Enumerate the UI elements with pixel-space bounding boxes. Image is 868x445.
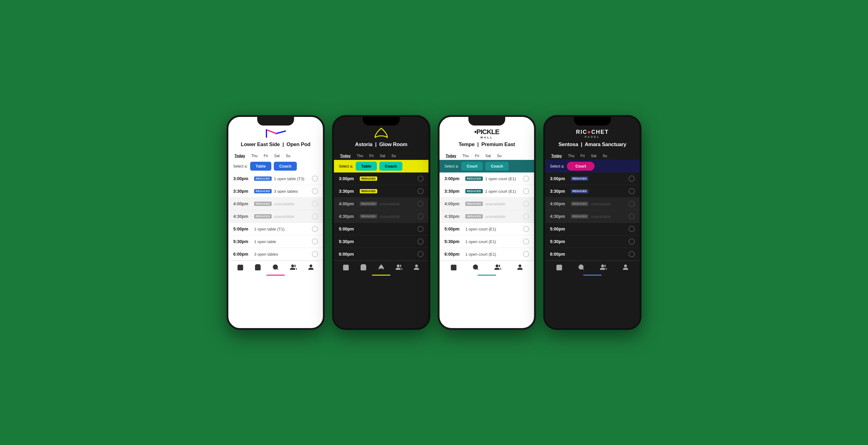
radio-4-6[interactable] — [629, 251, 635, 257]
person-icon-4 — [622, 264, 629, 271]
radio-4-4[interactable] — [629, 226, 635, 232]
nav-group-2[interactable] — [396, 264, 402, 271]
day-thu-2[interactable]: Thu — [355, 153, 364, 159]
day-su-2[interactable]: Su — [390, 153, 397, 159]
day-today-3[interactable]: Today — [444, 153, 457, 159]
day-fri-2[interactable]: Fri — [368, 153, 375, 159]
slot-500-4[interactable]: 5:00pm — [545, 223, 640, 235]
day-thu-4[interactable]: Thu — [567, 153, 576, 159]
slot-500-2[interactable]: 5:00pm — [334, 223, 429, 235]
day-thu-1[interactable]: Thu — [250, 153, 259, 159]
desc-4-2: unavailable — [591, 202, 626, 206]
radio-3-0[interactable] — [523, 176, 529, 182]
day-fri-3[interactable]: Fri — [474, 153, 480, 159]
radio-2-6[interactable] — [417, 251, 424, 257]
slot-300-3[interactable]: 3:00pm REDUCED 1 open court (E1) — [439, 172, 534, 185]
slot-500-3[interactable]: 5:00pm 1 open court (E1) — [439, 223, 534, 235]
phone-2: Astoria | Glow Room Today Thu Fri Sat Su… — [332, 115, 430, 330]
day-sat-2[interactable]: Sat — [378, 153, 386, 159]
radio-3-6[interactable] — [523, 251, 529, 257]
nav-person-1[interactable] — [308, 264, 314, 271]
slot-600-2[interactable]: 6:00pm — [334, 248, 429, 260]
day-su-4[interactable]: Su — [601, 153, 608, 159]
coach-button-3[interactable]: Coach — [485, 162, 508, 171]
day-su-1[interactable]: Su — [284, 153, 291, 159]
radio-2-5[interactable] — [417, 239, 424, 245]
nav-person-2[interactable] — [413, 264, 420, 271]
radio-1-6[interactable] — [312, 251, 318, 257]
day-today-1[interactable]: Today — [233, 153, 246, 159]
day-sat-3[interactable]: Sat — [484, 153, 492, 159]
nav-group-1[interactable] — [290, 264, 297, 271]
day-fri-4[interactable]: Fri — [579, 153, 586, 159]
badge-3-1: REDUCED — [465, 189, 483, 193]
slot-530-4[interactable]: 5:30pm — [545, 235, 640, 248]
slot-600-1[interactable]: 6:00pm 3 open tables — [228, 248, 323, 260]
nav-cart-1[interactable] — [254, 264, 261, 271]
nav-search-3[interactable] — [472, 264, 479, 271]
day-sat-1[interactable]: Sat — [273, 153, 281, 159]
desc-1-1: 3 open tables — [274, 189, 309, 194]
radio-1-5[interactable] — [312, 239, 318, 245]
radio-1-3 — [312, 213, 318, 219]
room-name-2: Glow Room — [379, 141, 407, 147]
nav-calendar-2[interactable] — [343, 264, 349, 271]
svg-point-11 — [291, 265, 293, 267]
radio-3-4[interactable] — [523, 226, 529, 232]
slot-530-3[interactable]: 5:30pm 1 open court (E1) — [439, 235, 534, 248]
radio-4-0[interactable] — [629, 176, 635, 182]
badge-2-3: REDUCED — [360, 214, 377, 219]
radio-2-0[interactable] — [417, 176, 424, 182]
slot-330-3[interactable]: 3:30pm REDUCED 1 open court (E1) — [439, 185, 534, 198]
svg-point-18 — [397, 265, 399, 267]
venue-name-2: Astoria — [355, 141, 372, 147]
radio-3-1[interactable] — [523, 188, 529, 194]
slot-300-1[interactable]: 3:00pm REDUCED 1 open table (T3) — [228, 172, 323, 185]
table-button-1[interactable]: Table — [250, 162, 271, 171]
nav-person-3[interactable] — [517, 264, 523, 271]
slot-330-2[interactable]: 3:30pm REDUCED — [334, 185, 429, 198]
slot-530-1[interactable]: 5:30pm 1 open table — [228, 235, 323, 248]
time-2-2: 4:00pm — [339, 201, 357, 206]
radio-4-5[interactable] — [629, 239, 635, 245]
nav-calendar-1[interactable] — [237, 264, 244, 271]
radio-2-1[interactable] — [417, 188, 424, 194]
coach-button-1[interactable]: Coach — [274, 162, 297, 171]
nav-cart-2[interactable] — [360, 264, 367, 271]
radio-4-1[interactable] — [629, 188, 635, 194]
nav-group-3[interactable] — [494, 264, 501, 271]
slot-600-4[interactable]: 6:00pm — [545, 248, 640, 260]
slot-600-3[interactable]: 6:00pm 1 open court (E1) — [439, 248, 534, 260]
nav-search-1[interactable] — [272, 264, 279, 271]
radio-3-5[interactable] — [523, 239, 529, 245]
radio-1-1[interactable] — [312, 188, 318, 194]
radio-1-0[interactable] — [312, 176, 318, 182]
day-sat-4[interactable]: Sat — [590, 153, 598, 159]
table-button-2[interactable]: Table — [356, 162, 377, 171]
slot-530-2[interactable]: 5:30pm — [334, 235, 429, 248]
nav-search-4[interactable] — [578, 264, 585, 271]
day-thu-3[interactable]: Thu — [461, 153, 470, 159]
day-fri-1[interactable]: Fri — [262, 153, 269, 159]
day-today-4[interactable]: Today — [550, 153, 563, 159]
slot-500-1[interactable]: 5:00pm 1 open table (T1) — [228, 223, 323, 235]
nav-calendar-3[interactable] — [450, 264, 457, 271]
day-today-2[interactable]: Today — [339, 153, 352, 159]
slot-330-4[interactable]: 3:30pm REDUCED — [545, 185, 640, 198]
court-button-3[interactable]: Court — [461, 162, 483, 171]
nav-group-4[interactable] — [600, 264, 607, 271]
slot-300-4[interactable]: 3:00pm REDUCED — [545, 172, 640, 185]
nav-person-4[interactable] — [622, 264, 629, 271]
radio-1-4[interactable] — [312, 226, 318, 232]
day-su-3[interactable]: Su — [496, 153, 503, 159]
svg-point-24 — [473, 265, 478, 269]
slot-330-1[interactable]: 3:30pm REDUCED 3 open tables — [228, 185, 323, 198]
coach-button-2[interactable]: Coach — [379, 162, 403, 171]
nav-calendar-4[interactable] — [556, 264, 563, 271]
radio-2-4[interactable] — [417, 226, 424, 232]
accent-bar-2 — [372, 275, 391, 276]
court-button-4[interactable]: Court — [567, 162, 595, 171]
accent-bar-4 — [583, 275, 601, 276]
slot-300-2[interactable]: 3:00pm REDUCED — [334, 172, 429, 185]
nav-shark-2[interactable] — [378, 264, 384, 271]
